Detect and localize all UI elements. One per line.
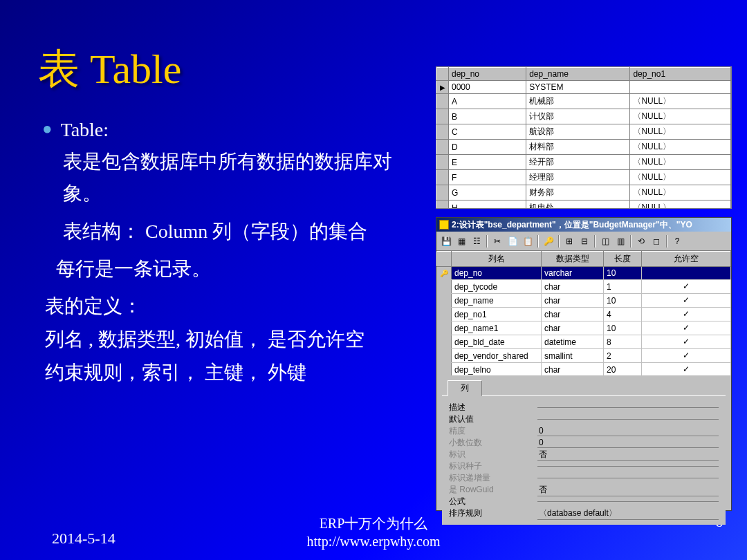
col-type-cell[interactable]: smallint: [542, 349, 604, 363]
cell[interactable]: 材料部: [526, 140, 630, 155]
col-name-cell[interactable]: dep_telno: [452, 363, 542, 376]
table-row[interactable]: G财务部〈NULL〉: [437, 185, 731, 200]
table-row[interactable]: ▶0000SYSTEM: [437, 81, 731, 94]
schema-row[interactable]: dep_telnochar20✓: [437, 363, 731, 376]
schema-col-header[interactable]: 允许空: [642, 252, 731, 267]
cell[interactable]: H: [449, 200, 526, 209]
table-row[interactable]: F经理部〈NULL〉: [437, 170, 731, 185]
col-header[interactable]: dep_name: [526, 68, 630, 81]
property-row[interactable]: 标识否: [449, 449, 719, 460]
col-null-cell[interactable]: ✓: [642, 349, 731, 363]
property-row[interactable]: 标识种子: [449, 460, 719, 472]
table-row[interactable]: B计仪部〈NULL〉: [437, 109, 731, 124]
tool-icon[interactable]: ☷: [470, 234, 483, 248]
table-row[interactable]: C航设部〈NULL〉: [437, 124, 731, 140]
col-type-cell[interactable]: char: [542, 321, 604, 335]
key-icon[interactable]: 🔑: [542, 234, 555, 248]
cell[interactable]: 〈NULL〉: [630, 124, 731, 140]
property-row[interactable]: 默认值: [449, 413, 719, 425]
col-name-cell[interactable]: dep_vendor_shared: [452, 349, 542, 363]
schema-row[interactable]: dep_no1char4✓: [437, 308, 731, 321]
help-icon[interactable]: ?: [670, 234, 684, 248]
cell[interactable]: 〈NULL〉: [630, 109, 731, 124]
property-value[interactable]: [537, 501, 719, 502]
col-name-cell[interactable]: dep_tycode: [452, 280, 542, 294]
cell[interactable]: 0000: [449, 81, 526, 94]
save-icon[interactable]: 💾: [439, 234, 453, 248]
property-value[interactable]: 否: [537, 449, 719, 461]
cell[interactable]: 〈NULL〉: [630, 185, 731, 200]
property-row[interactable]: 精度0: [449, 425, 719, 437]
col-null-cell[interactable]: ✓: [642, 280, 731, 294]
cell[interactable]: 计仪部: [526, 109, 630, 124]
tool-icon[interactable]: ⊟: [578, 234, 591, 248]
cell[interactable]: G: [449, 185, 526, 200]
cell[interactable]: 航设部: [526, 124, 630, 140]
col-len-cell[interactable]: 8: [604, 335, 642, 349]
cell[interactable]: 机械部: [526, 94, 630, 109]
table-row[interactable]: E经开部〈NULL〉: [437, 155, 731, 170]
col-type-cell[interactable]: char: [542, 363, 604, 376]
col-name-cell[interactable]: dep_name1: [452, 321, 542, 335]
property-value[interactable]: 否: [537, 484, 719, 496]
tool-icon[interactable]: ⟲: [634, 234, 648, 248]
property-value[interactable]: [537, 478, 719, 478]
schema-col-header[interactable]: 数据类型: [542, 252, 604, 267]
cell[interactable]: 财务部: [526, 185, 630, 200]
col-null-cell[interactable]: ✓: [642, 335, 731, 349]
property-value[interactable]: [537, 466, 719, 467]
tool-icon[interactable]: ▦: [454, 234, 468, 248]
schema-row[interactable]: dep_namechar10✓: [437, 294, 731, 308]
cell[interactable]: SYSTEM: [526, 81, 630, 94]
property-row[interactable]: 标识递增量: [449, 472, 719, 484]
cell[interactable]: 〈NULL〉: [630, 200, 731, 209]
property-row[interactable]: 描述: [449, 402, 719, 413]
cut-icon[interactable]: ✂: [490, 234, 504, 248]
col-type-cell[interactable]: char: [542, 280, 604, 294]
property-row[interactable]: 是 RowGuid否: [449, 484, 719, 496]
col-len-cell[interactable]: 2: [604, 349, 642, 363]
col-len-cell[interactable]: 10: [604, 267, 642, 280]
schema-row[interactable]: dep_tycodechar1✓: [437, 280, 731, 294]
col-type-cell[interactable]: varchar: [542, 267, 604, 280]
schema-row[interactable]: dep_bld_datedatetime8✓: [437, 335, 731, 349]
col-name-cell[interactable]: dep_bld_date: [452, 335, 542, 349]
col-name-cell[interactable]: dep_name: [452, 294, 542, 308]
col-null-cell[interactable]: [642, 267, 731, 280]
tool-icon[interactable]: ▥: [614, 234, 627, 248]
schema-row[interactable]: dep_name1char10✓: [437, 321, 731, 335]
schema-col-header[interactable]: 列名: [452, 252, 542, 267]
table-row[interactable]: D材料部〈NULL〉: [437, 140, 731, 155]
cell[interactable]: 经开部: [526, 155, 630, 170]
tool-icon[interactable]: ⊞: [562, 234, 576, 248]
col-header[interactable]: dep_no: [449, 68, 526, 81]
cell[interactable]: F: [449, 170, 526, 185]
property-value[interactable]: [537, 407, 719, 408]
cell[interactable]: 〈NULL〉: [630, 155, 731, 170]
cell[interactable]: C: [449, 124, 526, 140]
col-len-cell[interactable]: 10: [604, 321, 642, 335]
col-type-cell[interactable]: char: [542, 308, 604, 321]
col-len-cell[interactable]: 4: [604, 308, 642, 321]
cell[interactable]: E: [449, 155, 526, 170]
col-type-cell[interactable]: datetime: [542, 335, 604, 349]
cell[interactable]: 〈NULL〉: [630, 170, 731, 185]
cell[interactable]: 经理部: [526, 170, 630, 185]
property-value[interactable]: 0: [537, 438, 719, 448]
tab-columns[interactable]: 列: [448, 380, 482, 396]
table-row[interactable]: H机电处〈NULL〉: [437, 200, 731, 209]
cell[interactable]: B: [449, 109, 526, 124]
property-row[interactable]: 排序规则〈database default〉: [449, 507, 719, 519]
col-len-cell[interactable]: 10: [604, 294, 642, 308]
col-null-cell[interactable]: ✓: [642, 294, 731, 308]
tool-icon[interactable]: ◫: [598, 234, 612, 248]
col-name-cell[interactable]: dep_no1: [452, 308, 542, 321]
table-row[interactable]: A机械部〈NULL〉: [437, 94, 731, 109]
property-value[interactable]: 〈database default〉: [537, 507, 719, 520]
cell[interactable]: 〈NULL〉: [630, 140, 731, 155]
copy-icon[interactable]: 📄: [506, 234, 519, 248]
cell[interactable]: D: [449, 140, 526, 155]
property-value[interactable]: 0: [537, 426, 719, 436]
col-null-cell[interactable]: ✓: [642, 363, 731, 376]
paste-icon[interactable]: 📋: [521, 234, 535, 248]
